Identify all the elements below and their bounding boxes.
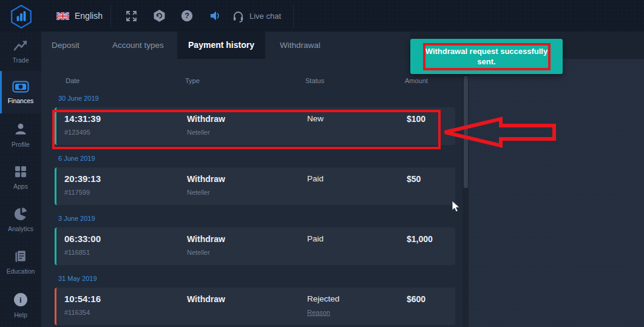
sidebar-nav: Trade Finances Profile App: [0, 32, 41, 327]
column-header-status: Status: [305, 77, 405, 84]
finances-tab-bar: Deposit Account types Payment history Wi…: [41, 32, 410, 59]
date-group-label[interactable]: 3 June 2019: [58, 215, 455, 222]
sidebar-item-finances[interactable]: Finances: [0, 71, 41, 113]
sidebar-item-trade[interactable]: Trade: [0, 32, 41, 71]
cell-type: Withdraw Neteller: [187, 174, 307, 205]
pie-chart-icon: [14, 207, 28, 221]
row-type: Withdraw: [187, 174, 307, 184]
cell-type: Withdraw: [187, 294, 307, 325]
cell-amount: $100: [407, 113, 455, 145]
row-type: Withdraw: [187, 113, 307, 124]
row-amount: $50: [407, 174, 455, 184]
table-header-row: Date Type Status Amount: [55, 59, 455, 84]
sidebar-item-label: Help: [14, 311, 27, 319]
cell-type: Withdraw Neteller: [187, 234, 307, 265]
row-time: 20:39:13: [64, 174, 187, 184]
table-row[interactable]: 14:31:39 #123495 Withdraw Neteller New $…: [55, 107, 455, 145]
row-method: Neteller: [187, 249, 307, 256]
info-icon: i: [13, 292, 28, 307]
uk-flag-icon: [56, 12, 69, 20]
brand-logo-icon[interactable]: [8, 4, 34, 29]
column-header-date: Date: [66, 77, 185, 84]
tab-payment-history[interactable]: Payment history: [177, 32, 265, 59]
cell-status: Rejected Reason: [307, 294, 407, 325]
sidebar-item-label: Apps: [13, 183, 28, 190]
user-icon: [13, 122, 28, 137]
cell-status: New: [307, 113, 407, 145]
row-time: 14:31:39: [64, 113, 187, 124]
banknote-icon: [12, 81, 29, 93]
sidebar-item-profile[interactable]: Profile: [0, 113, 41, 156]
reason-link[interactable]: Reason: [307, 309, 407, 316]
sound-icon[interactable]: [208, 0, 223, 32]
language-selector[interactable]: English: [56, 0, 103, 32]
table-row[interactable]: 10:54:16 #116354 Withdraw Rejected Reaso…: [55, 288, 455, 325]
topbar-divider: [293, 4, 294, 27]
row-type: Withdraw: [187, 234, 307, 244]
date-group-label[interactable]: 6 June 2019: [58, 155, 455, 162]
table-row[interactable]: 20:39:13 #117599 Withdraw Neteller Paid …: [55, 167, 455, 205]
status-badge: Paid: [307, 234, 407, 244]
fullscreen-icon[interactable]: [123, 0, 139, 32]
payment-history-table: Date Type Status Amount 30 June 2019 14:…: [55, 59, 455, 325]
sidebar-item-label: Education: [7, 268, 35, 275]
date-group-label[interactable]: 31 May 2019: [58, 275, 455, 282]
cell-status: Paid: [307, 174, 407, 205]
refresh-hex-icon[interactable]: [151, 0, 167, 32]
row-amount: $100: [407, 113, 455, 124]
cell-status: Paid: [307, 234, 407, 265]
cell-type: Withdraw Neteller: [187, 113, 307, 145]
tab-withdrawal[interactable]: Withdrawal: [280, 32, 320, 59]
trend-up-icon: [13, 39, 28, 52]
info-glyph: i: [19, 295, 22, 305]
language-label: English: [75, 11, 103, 21]
cell-amount: $600: [407, 294, 455, 325]
column-header-type: Type: [185, 77, 305, 84]
live-chat-button[interactable]: Live chat: [232, 0, 281, 32]
trading-platform-app: English ?: [0, 0, 644, 327]
row-id: #123495: [64, 129, 187, 136]
sidebar-item-apps[interactable]: Apps: [0, 156, 41, 198]
status-badge: Paid: [307, 174, 407, 184]
question-glyph: ?: [185, 12, 189, 20]
scrollbar-thumb[interactable]: [464, 76, 468, 188]
topbar-divider: [110, 4, 111, 27]
row-time: 10:54:16: [64, 294, 187, 305]
right-background-panel: [469, 59, 644, 327]
row-amount: $1,000: [407, 234, 455, 244]
sidebar-item-help[interactable]: i Help: [0, 283, 41, 327]
row-id: #116851: [64, 249, 187, 256]
cell-amount: $1,000: [407, 234, 455, 265]
sidebar-item-label: Profile: [12, 141, 30, 148]
row-method: Neteller: [187, 129, 307, 136]
live-chat-label: Live chat: [249, 12, 281, 21]
sidebar-item-education[interactable]: Education: [0, 241, 41, 283]
help-circle-icon[interactable]: ?: [179, 0, 195, 32]
sidebar-item-analytics[interactable]: Analytics: [0, 198, 41, 241]
cell-date: 20:39:13 #117599: [64, 174, 187, 205]
table-row[interactable]: 06:33:00 #116851 Withdraw Neteller Paid …: [55, 228, 455, 265]
row-method: Neteller: [187, 189, 307, 196]
toast-message: Withdrawal request successfully sent.: [421, 46, 552, 67]
row-time: 06:33:00: [64, 234, 187, 244]
toast-notification[interactable]: Withdrawal request successfully sent.: [410, 39, 563, 74]
payment-history-panel: Date Type Status Amount 30 June 2019 14:…: [41, 59, 469, 327]
status-badge: New: [307, 113, 407, 124]
cell-amount: $50: [407, 174, 455, 205]
status-badge: Rejected: [307, 294, 407, 305]
row-id: #116354: [64, 309, 187, 316]
apps-grid-icon: [14, 165, 27, 178]
sidebar-item-label: Finances: [8, 97, 34, 104]
cell-date: 10:54:16 #116354: [64, 294, 187, 325]
tab-deposit[interactable]: Deposit: [52, 32, 80, 59]
tab-account-types[interactable]: Account types: [112, 32, 164, 59]
top-bar: English ?: [0, 0, 644, 32]
row-id: #117599: [64, 189, 187, 196]
row-type: Withdraw: [187, 294, 307, 305]
cell-date: 14:31:39 #123495: [64, 113, 187, 145]
headset-icon: [232, 10, 245, 22]
sidebar-item-label: Analytics: [8, 225, 33, 232]
cell-date: 06:33:00 #116851: [64, 234, 187, 265]
column-header-amount: Amount: [405, 77, 455, 84]
date-group-label[interactable]: 30 June 2019: [58, 95, 455, 102]
